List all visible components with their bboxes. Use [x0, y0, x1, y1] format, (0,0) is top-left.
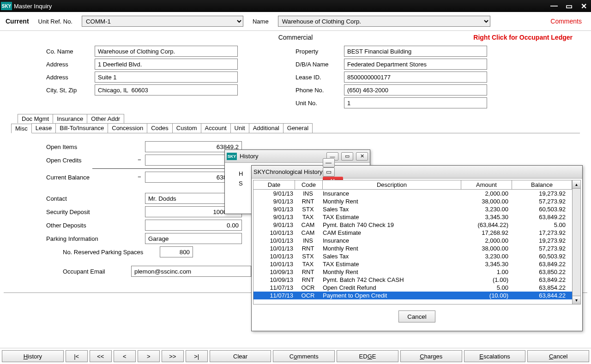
chron-maximize-button[interactable]: ▭ [323, 167, 335, 177]
phone-field[interactable] [344, 84, 487, 95]
other-dep-field[interactable] [145, 220, 242, 231]
edge-button[interactable]: EDGE [337, 350, 398, 362]
nav-prev2-button[interactable]: << [90, 350, 112, 362]
chronological-history-dialog: SKY Chronological History — ▭ ✕ Date Cod… [251, 165, 583, 331]
tab-custom[interactable]: Custom [172, 123, 201, 133]
security-label: Security Deposit [46, 209, 134, 215]
tab-misc[interactable]: Misc [11, 124, 32, 133]
tab-codes[interactable]: Codes [147, 123, 173, 133]
category-label: Commercial [278, 34, 313, 41]
table-row[interactable]: 10/01/13RNTMonthly Rent38,000.0057,273.9… [253, 245, 572, 252]
tabs-row2: Misc Lease Bill-To/Insurance Concession … [11, 123, 580, 133]
reserved-field[interactable] [160, 246, 193, 257]
tab-lease[interactable]: Lease [31, 123, 56, 133]
property-field[interactable] [344, 46, 487, 57]
nav-last-button[interactable]: >| [186, 350, 208, 362]
name-select[interactable]: Warehouse of Clothing Corp. [278, 16, 490, 27]
table-row[interactable]: 10/09/13RNTMonthly Rent1.0063,850.22 [253, 268, 572, 276]
tab-general[interactable]: General [283, 123, 313, 133]
grid-body: 9/01/13INSInsurance2,000.0019,273.929/01… [253, 190, 572, 299]
chron-title-bar[interactable]: SKY Chronological History — ▭ ✕ [252, 166, 582, 179]
nav-next-button[interactable]: > [138, 350, 160, 362]
table-row[interactable]: 11/07/13OCROpen Credit Refund5.0063,854.… [253, 284, 572, 292]
history-title-bar[interactable]: SKY History — ▭ ✕ [225, 150, 370, 163]
co-name-label: Co. Name [46, 48, 95, 55]
table-row[interactable]: 9/01/13CAMPymt. Batch 740 Check 19(63,84… [253, 221, 572, 229]
category-row: Commercial Right Click for Occupant Ledg… [0, 31, 591, 42]
history-button[interactable]: History [2, 350, 64, 362]
nav-prev-button[interactable]: < [114, 350, 136, 362]
clear-button[interactable]: Clear [210, 350, 271, 362]
co-name-field[interactable] [95, 46, 238, 57]
email-label: Occupant Email [63, 268, 131, 275]
table-row[interactable]: 10/01/13INSInsurance2,000.0019,273.92 [253, 237, 572, 245]
history-close-button[interactable]: ✕ [356, 152, 368, 161]
address2-label: Address [46, 74, 95, 81]
tab-other-addr[interactable]: Other Addr [87, 114, 124, 123]
city-label: City, St, Zip [46, 87, 95, 94]
table-row[interactable]: 9/01/13RNTMonthly Rent38,000.0057,273.92 [253, 197, 572, 205]
nav-next2-button[interactable]: >> [162, 350, 184, 362]
comments-button[interactable]: Comments [273, 350, 335, 362]
col-date[interactable]: Date [253, 180, 295, 189]
col-description[interactable]: Description [323, 180, 461, 189]
tab-account[interactable]: Account [201, 123, 231, 133]
table-row[interactable]: 9/01/13STXSales Tax3,230.0060,503.92 [253, 205, 572, 213]
address1-field[interactable] [95, 59, 238, 70]
right-column: Property D/B/A Name Lease ID. Phone No. … [296, 44, 545, 110]
lease-label: Lease ID. [296, 74, 344, 81]
col-amount[interactable]: Amount [461, 180, 512, 189]
col-code[interactable]: Code [295, 180, 323, 189]
address2-field[interactable] [95, 72, 238, 83]
grid-scrollbar[interactable]: ▴ ▾ [573, 180, 581, 304]
address1-label: Address [46, 61, 95, 68]
table-row[interactable]: 10/01/13CAMCAM Estimate17,268.9217,273.9… [253, 229, 572, 237]
tab-billto[interactable]: Bill-To/Insurance [55, 123, 108, 133]
close-button[interactable]: ✕ [576, 0, 591, 12]
open-credits-label: Open Credits [46, 157, 134, 164]
email-field[interactable] [131, 266, 251, 277]
lease-field[interactable] [344, 72, 487, 83]
table-row[interactable]: 11/07/13OCRPayment to Open Credit(10.00)… [253, 292, 572, 299]
scroll-up-icon[interactable]: ▴ [573, 180, 580, 189]
contact-label: Contact [46, 195, 134, 202]
header-row: Current Unit Ref. No. COMM-1 Name Wareho… [0, 12, 591, 31]
tab-unit[interactable]: Unit [230, 123, 249, 133]
nav-first-button[interactable]: |< [66, 350, 88, 362]
tab-additional[interactable]: Additional [249, 123, 283, 133]
tab-concession[interactable]: Concession [108, 123, 147, 133]
phone-label: Phone No. [296, 87, 344, 94]
table-row[interactable]: 10/09/13RNTPymt. Batch 742 Check CASH(1.… [253, 276, 572, 284]
chron-cancel-button[interactable]: Cancel [398, 310, 435, 322]
property-label: Property [296, 48, 344, 55]
other-dep-label: Other Deposits [46, 222, 134, 229]
parking-label: Parking Information [46, 235, 134, 242]
table-row[interactable]: 10/01/13TAXTAX Estimate3,345.3063,849.22 [253, 260, 572, 268]
charges-button[interactable]: Charges [400, 350, 462, 362]
parking-field[interactable] [145, 233, 242, 244]
table-row[interactable]: 10/01/13STXSales Tax3,230.0060,503.92 [253, 252, 572, 260]
tab-insurance[interactable]: Insurance [53, 114, 87, 123]
table-row[interactable]: 9/01/13TAXTAX Estimate3,345.3063,849.22 [253, 213, 572, 221]
unit-ref-select[interactable]: COMM-1 [82, 16, 243, 27]
history-maximize-button[interactable]: ▭ [341, 152, 353, 161]
history-title: History [240, 153, 326, 160]
tab-doc-mgmt[interactable]: Doc Mgmt [18, 114, 53, 123]
chron-minimize-button[interactable]: — [323, 158, 335, 167]
escalations-button[interactable]: Escalations [464, 350, 526, 362]
unit-label: Unit No. [296, 100, 344, 107]
table-row[interactable]: 9/01/13INSInsurance2,000.0019,273.92 [253, 190, 572, 197]
name-label: Name [253, 18, 269, 25]
minimize-button[interactable]: — [547, 0, 561, 12]
scroll-down-icon[interactable]: ▾ [573, 296, 580, 304]
city-field[interactable] [95, 84, 238, 95]
dba-field[interactable] [344, 59, 487, 70]
chron-grid[interactable]: Date Code Description Amount Balance 9/0… [253, 180, 573, 304]
cancel-button[interactable]: Cancel [527, 350, 589, 362]
comments-link[interactable]: Comments [550, 18, 582, 25]
unit-field[interactable] [344, 97, 487, 108]
open-items-label: Open Items [46, 143, 134, 150]
maximize-button[interactable]: ▭ [561, 0, 576, 12]
window-title: Master Inquiry [14, 3, 547, 10]
col-balance[interactable]: Balance [512, 180, 572, 189]
